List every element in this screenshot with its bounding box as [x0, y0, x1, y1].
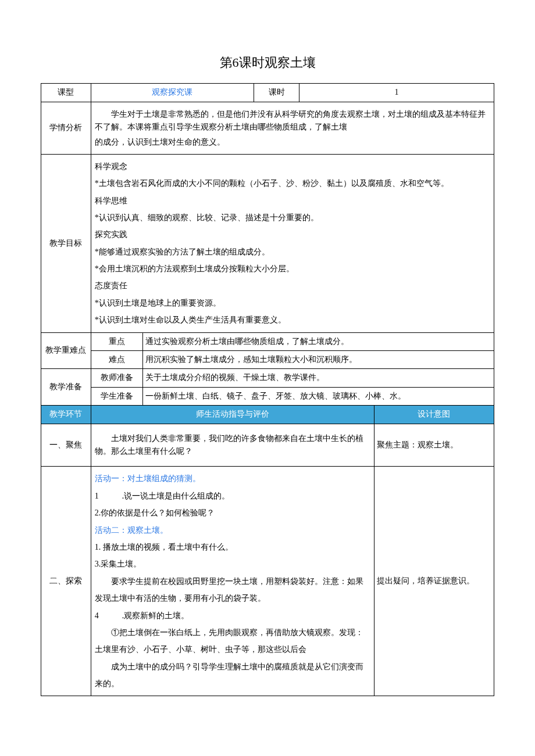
explore-a2-p1: ①把土壤倒在一张白纸上，先用肉眼观察，再借助放大镜观察。发现：土壤里有沙、小石子…	[95, 624, 370, 658]
analysis-p1: 学生对于土壤是非常熟悉的，但是他们并没有从科学研究的角度去观察土壤，对土壤的组成…	[95, 108, 490, 134]
label-keypoints: 教学重难点	[41, 332, 91, 369]
obj-h1: 科学观念	[95, 158, 490, 175]
a2-num4: 4	[95, 611, 99, 620]
focus-intent: 聚焦主题：观察土壤。	[374, 424, 494, 467]
explore-a1-line1: 1.说一说土壤是由什么组成的。	[95, 488, 370, 504]
row-analysis-2: 的成分，认识到土壤对生命的意义。	[41, 135, 494, 154]
focus-label: 一、聚焦	[41, 424, 91, 467]
prep1-val: 关于土壤成分介绍的视频、干燥土壤、教学课件。	[143, 369, 494, 387]
explore-body: 活动一：对土壤组成的猜测。 1.说一说土壤是由什么组成的。 2.你的依据是什么？…	[91, 467, 374, 696]
explore-a2-p2: 成为土壤中的成分吗？引导学生理解土壤中的腐殖质就是从它们演变而来的。	[95, 658, 370, 693]
focus-body: 土壤对我们人类非常重要，我们吃的许多食物都来自在土壤中生长的植物。那么土壤里有什…	[91, 424, 374, 467]
objectives-body: 科学观念 *土壤包含岩石风化而成的大小不同的颗粒（小石子、沙、粉沙、黏土）以及腐…	[91, 154, 494, 332]
hdr-c2: 师生活动指导与评价	[91, 406, 374, 424]
value-period: 1	[299, 84, 494, 102]
kp2-head: 难点	[91, 351, 143, 369]
obj-l4a: *认识到土壤是地球上的重要资源。	[95, 295, 490, 311]
row-focus: 一、聚焦 土壤对我们人类非常重要，我们吃的许多食物都来自在土壤中生长的植物。那么…	[41, 424, 494, 467]
obj-l1: *土壤包含岩石风化而成的大小不同的颗粒（小石子、沙、粉沙、黏土）以及腐殖质、水和…	[95, 175, 490, 192]
page-title: 第6课时观察土壤	[41, 52, 494, 73]
label-analysis: 学情分析	[41, 102, 91, 154]
row-keypoint-1: 教学重难点 重点 通过实验观察分析土壤由哪些物质组成，了解土壤成分。	[41, 332, 494, 350]
explore-a2-req: 要求学生提前在校园或田野里挖一块土壤，用塑料袋装好。注意：如果发现土壤中有活的生…	[95, 573, 370, 607]
explore-a1-line2: 2.你的依据是什么？如何检验呢？	[95, 504, 370, 521]
explore-label: 二、探索	[41, 467, 91, 696]
hdr-c1: 教学环节	[41, 406, 91, 424]
obj-l3b: *会用土壤沉积的方法观察到土壤成分按颗粒大小分层。	[95, 260, 490, 277]
obj-h4: 态度责任	[95, 277, 490, 294]
row-keypoint-2: 难点 用沉积实验了解土壤成分，感知土壤颗粒大小和沉积顺序。	[41, 351, 494, 369]
prep2-head: 学生准备	[91, 387, 143, 405]
obj-l4b: *认识到土壤对生命以及人类生产生活具有重要意义。	[95, 311, 490, 328]
explore-intent: 提出疑问，培养证据意识。	[374, 467, 494, 696]
explore-a2-l3: 3.采集土壤。	[95, 556, 370, 572]
explore-a2-title: 活动二：观察土壤。	[95, 522, 370, 539]
section-header: 教学环节 师生活动指导与评价 设计意图	[41, 406, 494, 424]
prep2-val: 一份新鲜土壤、白纸、镜子、盘子、牙签、放大镜、玻璃杯、小棒、水。	[143, 387, 494, 405]
focus-text: 土壤对我们人类非常重要，我们吃的许多食物都来自在土壤中生长的植物。那么土壤里有什…	[95, 432, 370, 458]
row-explore: 二、探索 活动一：对土壤组成的猜测。 1.说一说土壤是由什么组成的。 2.你的依…	[41, 467, 494, 696]
row-analysis-1: 学情分析 学生对于土壤是非常熟悉的，但是他们并没有从科学研究的角度去观察土壤，对…	[41, 102, 494, 135]
explore-a2-l1: 1. 播放土壤的视频，看土壤中有什么。	[95, 539, 370, 556]
hdr-c3: 设计意图	[374, 406, 494, 424]
label-period: 课时	[254, 84, 299, 102]
prep1-head: 教师准备	[91, 369, 143, 387]
a1-txt1: .说一说土壤是由什么组成的。	[122, 492, 230, 500]
label-prep: 教学准备	[41, 369, 91, 406]
row-prep-2: 学生准备 一份新鲜土壤、白纸、镜子、盘子、牙签、放大镜、玻璃杯、小棒、水。	[41, 387, 494, 405]
a2-txt4: .观察新鲜的土壤。	[122, 611, 190, 620]
analysis-body-2: 的成分，认识到土壤对生命的意义。	[91, 135, 494, 154]
explore-a1-title: 活动一：对土壤组成的猜测。	[95, 470, 370, 487]
kp1-val: 通过实验观察分析土壤由哪些物质组成，了解土壤成分。	[143, 332, 494, 350]
row-prep-1: 教学准备 教师准备 关于土壤成分介绍的视频、干燥土壤、教学课件。	[41, 369, 494, 387]
value-type: 观察探究课	[91, 84, 254, 102]
lesson-plan-table: 课型 观察探究课 课时 1 学情分析 学生对于土壤是非常熟悉的，但是他们并没有从…	[41, 83, 494, 696]
a1-num1: 1	[95, 492, 99, 500]
obj-h3: 探究实践	[95, 226, 490, 243]
analysis-body-1: 学生对于土壤是非常熟悉的，但是他们并没有从科学研究的角度去观察土壤，对土壤的组成…	[91, 102, 494, 135]
obj-l3a: *能够通过观察实验的方法了解土壤的组成成分。	[95, 243, 490, 260]
row-objectives: 教学目标 科学观念 *土壤包含岩石风化而成的大小不同的颗粒（小石子、沙、粉沙、黏…	[41, 154, 494, 332]
label-type: 课型	[41, 84, 91, 102]
obj-l2: *认识到认真、细致的观察、比较、记录、描述是十分重要的。	[95, 209, 490, 226]
row-type: 课型 观察探究课 课时 1	[41, 84, 494, 102]
kp1-head: 重点	[91, 332, 143, 350]
kp2-val: 用沉积实验了解土壤成分，感知土壤颗粒大小和沉积顺序。	[143, 351, 494, 369]
obj-h2: 科学思维	[95, 192, 490, 209]
explore-a2-line4: 4.观察新鲜的土壤。	[95, 607, 370, 624]
label-objectives: 教学目标	[41, 154, 91, 332]
